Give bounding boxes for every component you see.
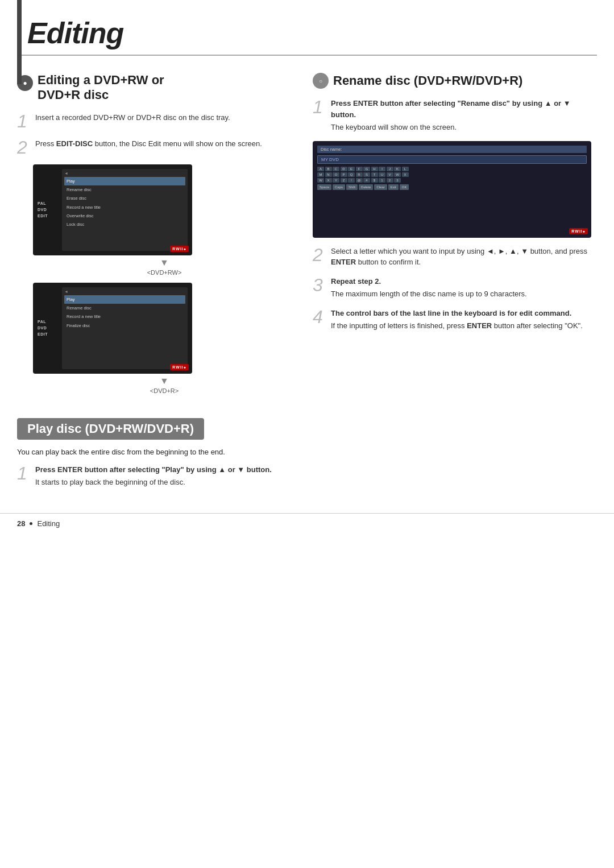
dvdrw-left-panel: PAL DVD EDIT (38, 169, 57, 251)
kb-key-E[interactable]: E (348, 167, 355, 171)
dvdrw-menu-item-3[interactable]: Record a new title (64, 203, 185, 212)
kb-key-excl[interactable]: ! (348, 178, 355, 183)
kb-row-1: A B C D E F G H I J K L (317, 167, 587, 171)
rename-step1: 1 Press ENTER button after selecting "Re… (313, 98, 591, 133)
rename-icon: ○ (313, 73, 329, 89)
step2-number: 2 (17, 138, 31, 156)
step2-bold: EDIT-DISC (56, 139, 93, 148)
dvdrw-menu-item-1[interactable]: Rename disc (64, 185, 185, 194)
editing-icon-symbol: ● (23, 79, 27, 87)
kb-key-V[interactable]: V (387, 172, 393, 177)
kb-key-at[interactable]: @ (356, 178, 363, 183)
dvdrw-caption: <DVD+RW> (33, 269, 296, 276)
dvdr-menu-header: ◄ (64, 290, 185, 294)
kb-ctrl-delete[interactable]: Delete (359, 184, 373, 190)
kb-brand: RWll● (569, 228, 588, 234)
dvdr-left-panel: PAL DVD EDIT (38, 287, 57, 369)
kb-key-S[interactable]: S (363, 172, 370, 177)
kb-ctrl-caps[interactable]: Caps (333, 184, 345, 190)
rename-step4-content: The control bars of the last line in the… (331, 308, 591, 332)
kb-key-J[interactable]: J (387, 167, 393, 171)
kb-key-Z[interactable]: Z (341, 178, 347, 183)
kb-row-3: W X Y Z ! @ # $ 1 2 3 (317, 178, 587, 183)
kb-key-A[interactable]: A (317, 167, 324, 171)
rename-step4-enter: ENTER (467, 321, 492, 330)
kb-key-O[interactable]: O (333, 172, 339, 177)
kb-key-R[interactable]: R (356, 172, 363, 177)
kb-disc-name-label: Disc name: (321, 147, 342, 152)
kb-key-M[interactable]: M (317, 172, 324, 177)
dvdrw-menu-item-5[interactable]: Lock disc (64, 220, 185, 229)
kb-input-field[interactable]: MY DVD (317, 155, 587, 164)
rename-title: Rename disc (DVD+RW/DVD+R) (333, 73, 522, 88)
rename-step2-enter: ENTER (331, 258, 356, 266)
play-section-title: Play disc (DVD+RW/DVD+R) (27, 421, 194, 436)
kb-ctrl-space[interactable]: Space (317, 184, 331, 190)
play-step1-text: It starts to play back the beginning of … (35, 477, 597, 488)
kb-ctrl-ok[interactable]: OK (400, 184, 409, 190)
kb-key-X[interactable]: X (402, 172, 409, 177)
rename-step4: 4 The control bars of the last line in t… (313, 308, 591, 332)
rename-step2: 2 Select a letter which you want to inpu… (313, 246, 591, 268)
rename-step3: 3 Repeat step 2. The maximum length of t… (313, 276, 591, 300)
rename-icon-symbol: ○ (319, 78, 322, 84)
kb-key-F[interactable]: F (356, 167, 363, 171)
dvdr-arrow: ◄ (64, 290, 68, 294)
kb-key-U[interactable]: U (379, 172, 385, 177)
dvdr-menu-item-2[interactable]: Record a new title (64, 312, 185, 321)
play-step1-number: 1 (17, 464, 31, 482)
rename-step1-subtext: The keyboard will show on the screen. (331, 122, 591, 133)
dvdr-menu-item-3[interactable]: Finalize disc (64, 321, 185, 330)
kb-key-T[interactable]: T (371, 172, 378, 177)
kb-key-I[interactable]: I (379, 167, 385, 171)
dvdr-menu-item-1[interactable]: Rename disc (64, 304, 185, 312)
kb-key-dollar[interactable]: $ (371, 178, 378, 183)
editing-step2: 2 Press EDIT-DISC button, the Disc Edit … (17, 138, 296, 156)
kb-key-num3[interactable]: 3 (394, 178, 401, 183)
rename-step2-number: 2 (313, 246, 326, 264)
dvdr-screen: PAL DVD EDIT ◄ Play Rename disc Record a… (33, 283, 192, 374)
kb-key-num1[interactable]: 1 (379, 178, 385, 183)
dvdr-menu-item-0[interactable]: Play (64, 295, 185, 304)
kb-key-C[interactable]: C (333, 167, 339, 171)
rename-step3-content: Repeat step 2. The maximum length of the… (331, 276, 591, 300)
kb-key-num2[interactable]: 2 (387, 178, 393, 183)
dvdrw-screen: PAL DVD EDIT ◄ Play Rename disc Erase di… (33, 164, 192, 255)
step2-text: Press EDIT-DISC button, the Disc Edit me… (35, 138, 296, 150)
kb-key-H[interactable]: H (371, 167, 378, 171)
footer-dot (30, 522, 32, 525)
kb-key-Y[interactable]: Y (333, 178, 339, 183)
keyboard-screen: Disc name: MY DVD A B C D E F G H I J K … (313, 141, 591, 238)
dvdrw-menu-item-2[interactable]: Erase disc (64, 194, 185, 202)
kb-ctrl-shift[interactable]: Shift (346, 184, 358, 190)
kb-key-W2[interactable]: W (317, 178, 324, 183)
kb-key-D[interactable]: D (341, 167, 347, 171)
dvdr-caption: <DVD+R> (33, 387, 296, 394)
header-accent-bar (17, 0, 22, 84)
kb-key-G[interactable]: G (363, 167, 370, 171)
rename-step1-content: Press ENTER button after selecting "Rena… (331, 98, 591, 133)
dvdrw-brand: RWll● (170, 246, 189, 252)
dvdrw-menu-header: ◄ (64, 171, 185, 175)
kb-key-B[interactable]: B (325, 167, 332, 171)
kb-key-L[interactable]: L (402, 167, 409, 171)
kb-key-P[interactable]: P (341, 172, 347, 177)
dvdr-label-pal: PAL (38, 320, 57, 324)
kb-ctrl-clear[interactable]: Clear (374, 184, 387, 190)
kb-key-hash[interactable]: # (363, 178, 370, 183)
rename-step4-text: If the inputting of letters is finished,… (331, 320, 591, 332)
kb-ctrl-exit[interactable]: Exit (388, 184, 399, 190)
kb-key-X2[interactable]: X (325, 178, 332, 183)
rename-step3-bold-text: Repeat step 2. (331, 277, 381, 286)
kb-key-W[interactable]: W (394, 172, 401, 177)
dvdrw-menu-item-4[interactable]: Overwrite disc (64, 212, 185, 220)
right-column: ○ Rename disc (DVD+RW/DVD+R) 1 Press ENT… (313, 73, 591, 401)
kb-key-Q[interactable]: Q (348, 172, 355, 177)
dvdrw-menu-item-0[interactable]: Play (64, 177, 185, 185)
rename-step3-text: The maximum length of the disc name is u… (331, 288, 591, 300)
dvdrw-arrow: ◄ (64, 171, 68, 175)
left-column: ● Editing a DVD+RW or DVD+R disc 1 Inser… (17, 73, 296, 401)
kb-key-K[interactable]: K (394, 167, 401, 171)
kb-key-N[interactable]: N (325, 172, 332, 177)
rename-step2-text: Select a letter which you want to input … (331, 246, 591, 268)
